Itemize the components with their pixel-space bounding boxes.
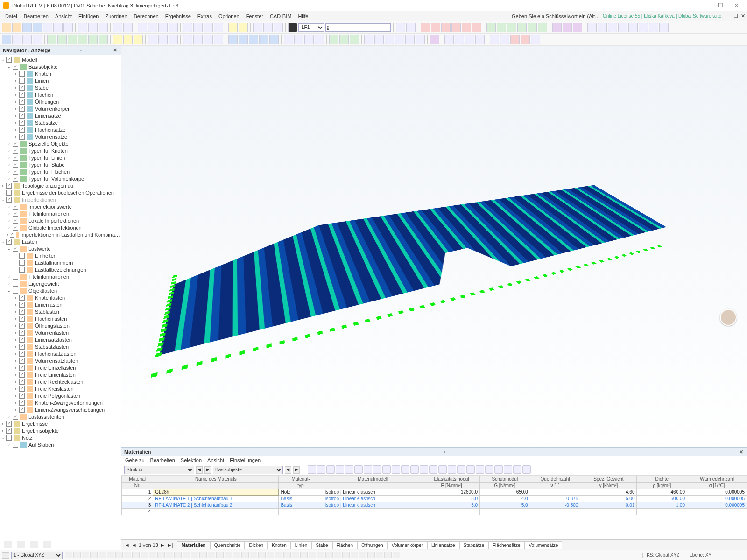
col-header[interactable]: Querdehnzahl — [530, 476, 580, 483]
sl1-icon[interactable] — [183, 35, 192, 44]
nav-tab-results-icon[interactable] — [43, 541, 51, 548]
nav-tab-views-icon[interactable] — [30, 541, 38, 548]
mat-tool-17-icon[interactable] — [466, 465, 475, 474]
checkbox[interactable] — [6, 183, 12, 189]
status-tool-27-icon[interactable] — [292, 552, 299, 558]
del-icon[interactable] — [510, 35, 520, 44]
tree-item[interactable]: ⌄Netz — [0, 434, 121, 441]
checkbox[interactable] — [6, 197, 12, 203]
mat-tool-9-icon[interactable] — [392, 465, 400, 474]
tree-item[interactable]: ›Liniensatzlasten — [0, 336, 121, 343]
tree-item[interactable]: ⌄Basisobjekte — [0, 63, 121, 70]
tree-item[interactable]: ›Linienlasten — [0, 301, 121, 308]
tree-item[interactable]: ›Liniensätze — [0, 112, 121, 119]
res4-icon[interactable] — [517, 23, 527, 32]
checkbox[interactable] — [19, 267, 25, 273]
status-tool-16-icon[interactable] — [199, 552, 207, 558]
tree-item[interactable]: ›Auf Stäben — [0, 441, 121, 448]
minimize-button[interactable]: — — [697, 2, 712, 9]
cell[interactable]: 5.00 — [580, 496, 637, 502]
sync-icon[interactable] — [33, 23, 42, 32]
checkbox[interactable] — [19, 330, 25, 336]
tree-item[interactable]: ⌄Lasten — [0, 238, 121, 245]
checkbox[interactable] — [13, 64, 18, 70]
mat-tool-2-icon[interactable] — [326, 465, 335, 474]
checkbox[interactable] — [13, 176, 18, 182]
mat-menu-selektion[interactable]: Selektion — [181, 457, 202, 463]
gd3-icon[interactable] — [465, 35, 474, 44]
surface-icon[interactable] — [618, 23, 627, 32]
cell[interactable] — [580, 509, 637, 515]
tool-icon[interactable] — [99, 23, 108, 32]
sc2-icon[interactable] — [374, 35, 384, 44]
cell[interactable]: 0.000005 — [687, 489, 747, 496]
nav-prev2-icon[interactable]: ◄ — [285, 466, 291, 474]
model2-icon[interactable] — [263, 23, 273, 32]
expand-icon[interactable]: › — [13, 323, 18, 328]
checkbox[interactable] — [13, 148, 18, 154]
menu-zuordnen[interactable]: Zuordnen — [102, 13, 130, 20]
cell[interactable]: Basis — [279, 502, 323, 509]
status-tool-7-icon[interactable] — [124, 552, 131, 558]
ll2-icon[interactable] — [123, 35, 133, 44]
checkbox[interactable] — [19, 358, 25, 364]
checkbox[interactable] — [19, 344, 25, 350]
cam-icon[interactable] — [531, 35, 540, 44]
expand-icon[interactable]: › — [13, 92, 18, 97]
cell[interactable]: 0.000005 — [687, 502, 747, 509]
cell[interactable] — [480, 509, 530, 515]
cell[interactable]: 4.60 — [580, 489, 637, 496]
mat-tool-12-icon[interactable] — [420, 465, 428, 474]
cell[interactable]: 5.0 — [423, 502, 479, 509]
cell[interactable]: Isotrop | Linear elastisch — [323, 496, 423, 502]
tree-item[interactable]: ›Flächenlasten — [0, 315, 121, 322]
cell[interactable] — [423, 509, 479, 515]
dim1-icon[interactable] — [431, 23, 440, 32]
close-button[interactable]: ✕ — [728, 2, 744, 9]
tree-item[interactable]: ›Typen für Stäbe — [0, 161, 121, 168]
expand-icon[interactable]: › — [13, 113, 18, 118]
cell[interactable]: 460.00 — [637, 489, 687, 496]
menu-optionen[interactable]: Optionen — [215, 13, 243, 20]
mat-tool-8-icon[interactable] — [382, 465, 391, 474]
cs-select[interactable]: 1 - Global XYZ — [11, 552, 63, 559]
status-tool-6-icon[interactable] — [115, 552, 123, 558]
res6-icon[interactable] — [538, 23, 547, 32]
expand-icon[interactable]: › — [7, 148, 12, 153]
status-tool-22-icon[interactable] — [250, 552, 257, 558]
view-xy-icon[interactable] — [148, 23, 157, 32]
checkbox[interactable] — [13, 274, 18, 280]
status-tool-26-icon[interactable] — [283, 552, 291, 558]
checkbox[interactable] — [13, 162, 18, 168]
status-tool-12-icon[interactable] — [166, 552, 173, 558]
mat-tool-4-icon[interactable] — [345, 465, 353, 474]
dim4-icon[interactable] — [462, 23, 471, 32]
status-tool-13-icon[interactable] — [174, 552, 182, 558]
mat-tool-19-icon[interactable] — [485, 465, 493, 474]
save-all-icon[interactable] — [53, 23, 63, 32]
fl1-icon[interactable] — [228, 35, 238, 44]
mat-tool-1-icon[interactable] — [317, 465, 325, 474]
status-tool-38-icon[interactable] — [384, 552, 392, 558]
redo-icon[interactable] — [123, 23, 133, 32]
checkbox[interactable] — [19, 351, 25, 357]
menu-hilfe[interactable]: Hilfe — [295, 13, 311, 20]
opening-icon[interactable] — [639, 23, 648, 32]
mat-menu-bearbeiten[interactable]: Bearbeiten — [150, 457, 175, 463]
status-tool-4-icon[interactable] — [99, 552, 106, 558]
cell[interactable]: Holz — [279, 489, 323, 496]
tab-volumenkörper[interactable]: Volumenkörper — [388, 541, 427, 549]
status-tool-34-icon[interactable] — [351, 552, 358, 558]
col-header[interactable]: Material — [122, 476, 153, 483]
menu-fenster[interactable]: Fenster — [243, 13, 267, 20]
tree-item[interactable]: ›Topologie anzeigen auf — [0, 182, 121, 189]
expand-icon[interactable]: › — [7, 169, 12, 174]
panel-pin-icon[interactable]: ▫ — [78, 48, 85, 53]
solid-icon[interactable] — [628, 23, 638, 32]
checkbox[interactable] — [6, 428, 12, 434]
sl4-icon[interactable] — [214, 35, 223, 44]
cloud-icon[interactable] — [22, 23, 32, 32]
tab-flächen[interactable]: Flächen — [332, 541, 358, 549]
checkbox[interactable] — [19, 113, 25, 119]
status-tool-20-icon[interactable] — [233, 552, 240, 558]
